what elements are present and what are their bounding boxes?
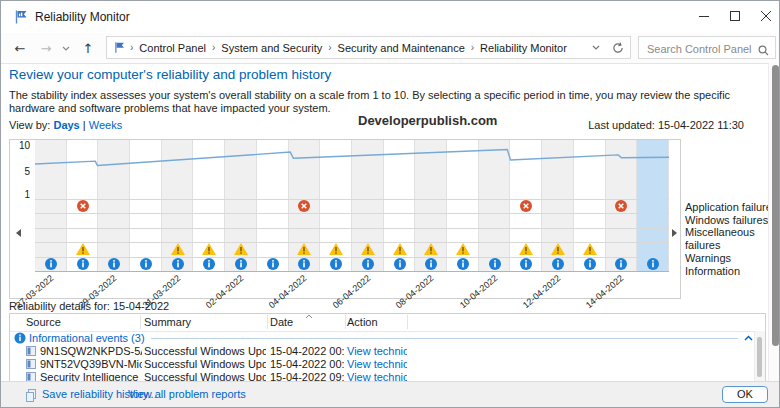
warning-icon[interactable] [171, 243, 185, 255]
info-icon[interactable] [552, 257, 565, 270]
close-button[interactable] [750, 1, 780, 31]
view-by-weeks-link[interactable]: Weeks [89, 119, 122, 131]
chart-column-29-03-2022[interactable] [98, 140, 130, 271]
bottom-bar: Save reliability history... View all pro… [1, 381, 779, 407]
warning-icon[interactable] [583, 243, 597, 255]
search-icon[interactable] [758, 42, 769, 60]
chart-scroll-right-icon[interactable] [672, 229, 677, 237]
info-icon[interactable] [330, 257, 343, 270]
warning-icon[interactable] [76, 243, 90, 255]
column-header-source[interactable]: Source [26, 316, 61, 328]
window-scrollbar[interactable] [768, 63, 780, 384]
warning-icon[interactable] [519, 243, 533, 255]
view-by-days-link[interactable]: Days [53, 119, 79, 131]
chart-row-divider [35, 242, 669, 243]
error-icon[interactable] [520, 200, 533, 213]
ok-button[interactable]: OK [722, 386, 768, 403]
window-scrollbar-thumb[interactable] [772, 65, 779, 346]
info-icon[interactable] [583, 257, 596, 270]
table-row-1[interactable]: 9NT52VQ39BVN-Microsof...Successful Windo… [10, 358, 755, 371]
minimize-button[interactable] [688, 1, 719, 31]
view-technical-details-link[interactable]: View technica... [347, 345, 407, 357]
info-icon[interactable] [203, 257, 216, 270]
warning-icon[interactable] [361, 243, 375, 255]
legend-windows-failures: Windows failures [685, 214, 779, 227]
stability-chart: 105127-03-202229-03-202231-03-202202-04-… [9, 139, 681, 299]
column-header-summary[interactable]: Summary [144, 316, 191, 328]
info-icon[interactable] [108, 257, 121, 270]
error-icon[interactable] [76, 200, 89, 213]
column-header-date[interactable]: Date [270, 316, 293, 328]
back-button[interactable]: ← [9, 38, 31, 58]
group-label[interactable]: Informational events (3) [29, 332, 145, 344]
error-icon[interactable] [615, 200, 628, 213]
column-header-action[interactable]: Action [347, 316, 378, 328]
warning-icon[interactable] [551, 243, 565, 255]
up-button[interactable]: ↑ [77, 38, 99, 58]
legend-information: Information [685, 265, 779, 278]
legend-miscellaneous-failures: Miscellaneous failures [685, 226, 779, 251]
legend-warnings: Warnings [685, 252, 779, 265]
breadcrumb-item-system-and-security[interactable]: System and Security [219, 42, 324, 54]
warning-icon[interactable] [297, 243, 311, 255]
recent-pages-chevron-icon[interactable] [59, 38, 73, 58]
breadcrumb-separator-icon: › [208, 42, 219, 53]
view-all-problem-reports-link[interactable]: View all problem reports [128, 388, 246, 400]
warning-icon[interactable] [234, 243, 248, 255]
info-icon[interactable] [298, 257, 311, 270]
chart-scroll-left-icon[interactable] [16, 229, 21, 237]
y-axis-tick-10: 10 [10, 140, 30, 151]
collapse-group-chevron-icon[interactable] [744, 335, 753, 341]
address-dropdown-chevron-icon[interactable] [586, 37, 606, 58]
info-icon[interactable] [615, 257, 628, 270]
refresh-icon[interactable] [608, 37, 628, 58]
info-icon[interactable] [44, 257, 57, 270]
sort-ascending-icon[interactable] [305, 314, 313, 319]
view-technical-details-link[interactable]: View technica... [347, 358, 407, 370]
breadcrumb-item-reliability-monitor[interactable]: Reliability Monitor [478, 42, 569, 54]
maximize-button[interactable] [719, 1, 750, 31]
chart-column-15-04-2022[interactable] [637, 140, 669, 271]
info-icon[interactable] [361, 257, 374, 270]
info-icon[interactable] [647, 257, 660, 270]
warning-icon[interactable] [329, 243, 343, 255]
table-scrollbar[interactable] [754, 331, 765, 384]
search-box [638, 36, 776, 59]
table-row-0[interactable]: 9N1SQW2NKPDS-5A8940...Successful Windows… [10, 345, 755, 358]
info-icon[interactable] [488, 257, 501, 270]
cell-source: 9N1SQW2NKPDS-5A8940... [40, 345, 142, 357]
info-icon[interactable] [393, 257, 406, 270]
y-axis-tick-1: 1 [10, 189, 30, 200]
info-icon[interactable] [171, 257, 184, 270]
chart-column-03-04-2022[interactable] [257, 140, 289, 271]
chart-column-27-03-2022[interactable] [35, 140, 67, 271]
cell-date: 15-04-2022 00:11 [270, 358, 344, 370]
forward-button[interactable]: → [35, 38, 57, 58]
warning-icon[interactable] [393, 243, 407, 255]
column-divider [407, 315, 408, 329]
reliability-monitor-flag-icon [13, 9, 29, 29]
breadcrumb-item-control-panel[interactable]: Control Panel [137, 42, 208, 54]
warning-icon[interactable] [424, 243, 438, 255]
breadcrumb-item-security-and-maintenance[interactable]: Security and Maintenance [336, 42, 467, 54]
search-input[interactable] [645, 39, 757, 58]
chart-column-30-03-2022[interactable] [130, 140, 162, 271]
info-icon[interactable] [520, 257, 533, 270]
column-divider [345, 315, 346, 329]
warning-icon[interactable] [202, 243, 216, 255]
warning-icon[interactable] [456, 243, 470, 255]
view-by-separator: | [83, 119, 86, 131]
info-icon[interactable] [235, 257, 248, 270]
info-icon[interactable] [425, 257, 438, 270]
breadcrumb-flag-icon [113, 41, 126, 54]
info-icon[interactable] [266, 257, 279, 270]
info-icon[interactable] [456, 257, 469, 270]
info-icon[interactable] [139, 257, 152, 270]
x-axis-date-label: 04-04-2022 [267, 273, 309, 310]
error-icon[interactable] [298, 200, 311, 213]
chart-row-divider [35, 199, 669, 200]
info-icon[interactable] [76, 257, 89, 270]
table-scrollbar-thumb[interactable] [757, 337, 762, 377]
window-title: Reliability Monitor [35, 10, 130, 24]
chart-column-10-04-2022[interactable] [479, 140, 511, 271]
